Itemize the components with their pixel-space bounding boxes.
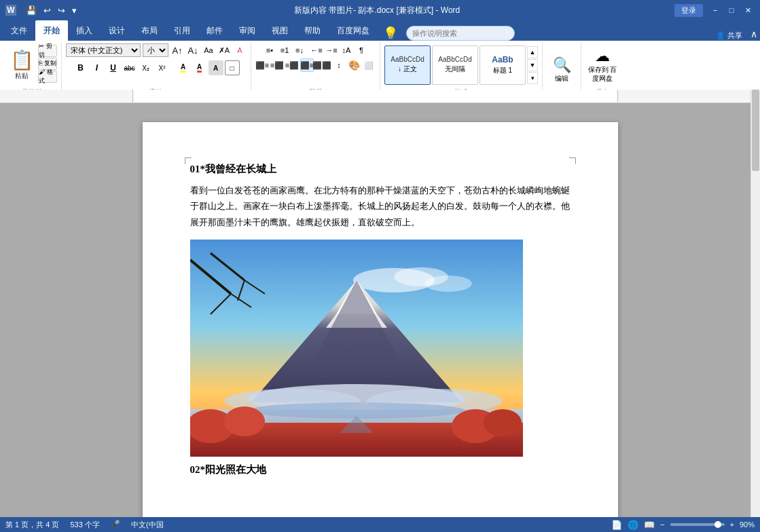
scrollbar-vertical[interactable]	[750, 90, 760, 517]
tab-layout[interactable]: 布局	[133, 20, 166, 41]
style-no-spacing-preview: AaBbCcDd	[438, 56, 471, 63]
numbering-btn[interactable]: ≡1	[278, 43, 291, 57]
record-icon[interactable]: 🎤	[111, 520, 120, 530]
tab-references[interactable]: 引用	[166, 20, 198, 41]
subscript-button[interactable]: X₂	[139, 60, 153, 75]
fuji-image[interactable]	[190, 240, 523, 457]
undo-btn[interactable]: ↩	[41, 4, 54, 17]
tab-baidu[interactable]: 百度网盘	[329, 20, 378, 41]
zoom-slider[interactable]	[670, 523, 725, 526]
redo-btn[interactable]: ↪	[55, 4, 68, 17]
save-quick-btn[interactable]: 💾	[23, 4, 39, 17]
zoom-plus-btn[interactable]: +	[730, 520, 734, 529]
text-effect-btn[interactable]: A	[233, 43, 247, 57]
tab-design[interactable]: 设计	[101, 20, 133, 41]
customize-btn[interactable]: ▾	[69, 4, 79, 17]
font-format-row: B I U abc X₂ X² A A A □	[73, 60, 240, 75]
tab-file[interactable]: 文件	[3, 20, 35, 41]
multilevel-list-btn[interactable]: ≡↓	[293, 43, 306, 57]
tab-view[interactable]: 视图	[264, 20, 296, 41]
scrollbar-thumb[interactable]	[752, 90, 759, 171]
view-web-icon[interactable]: 🌐	[628, 520, 638, 530]
restore-button[interactable]: □	[725, 3, 738, 17]
styles-scroll: ▲ ▼ ▾	[527, 46, 538, 84]
bold-button[interactable]: B	[73, 60, 88, 75]
svg-point-9	[424, 276, 472, 292]
zoom-minus-btn[interactable]: −	[660, 520, 664, 529]
word-count: 533 个字	[70, 520, 99, 530]
ribbon-collapse-btn[interactable]: ∧	[748, 27, 760, 41]
border-btn[interactable]: □	[225, 60, 240, 75]
status-left: 第 1 页，共 4 页 533 个字 🎤 中文(中国	[5, 520, 164, 530]
login-button[interactable]: 登录	[674, 4, 703, 17]
paragraph-1[interactable]: 看到一位白发苍苍的画家画鹰。在北方特有的那种干燥湛蓝的天空下，苍劲古朴的长城嶙峋…	[190, 183, 571, 230]
cut-button[interactable]: ✂ 剪切	[38, 45, 57, 57]
indent-increase-btn[interactable]: →≡	[325, 43, 338, 57]
zoom-percent[interactable]: 90%	[740, 520, 755, 529]
find-button[interactable]: 🔍 编辑	[547, 51, 577, 88]
svg-point-23	[484, 409, 522, 436]
svg-point-21	[224, 406, 265, 436]
paste-button[interactable]: 📋 粘贴	[7, 45, 37, 86]
save-to-baidu-button[interactable]: ☁ 保存到 百度网盘	[585, 46, 619, 83]
italic-button[interactable]: I	[90, 60, 105, 75]
sort-btn[interactable]: ↕A	[340, 43, 353, 57]
align-right-btn[interactable]: ≡⬛	[285, 58, 299, 72]
tab-home[interactable]: 开始	[35, 20, 68, 41]
search-input[interactable]	[412, 29, 501, 37]
style-zhengwen-label: ↓ 正文	[398, 64, 417, 74]
tab-insert[interactable]: 插入	[68, 20, 101, 41]
view-read-icon[interactable]: 📖	[644, 520, 655, 530]
clipboard-group-content: 📋 粘贴 ✂ 剪切 ⎘ 复制 🖌 格式	[7, 43, 57, 86]
style-heading1[interactable]: AaBb 标题 1	[479, 45, 526, 85]
strikethrough-button[interactable]: abc	[122, 60, 137, 75]
show-marks-btn[interactable]: ¶	[355, 43, 368, 57]
close-button[interactable]: ✕	[741, 3, 755, 17]
style-no-spacing[interactable]: AaBbCcDd 无间隔	[432, 45, 478, 85]
save-content: ☁ 保存到 百度网盘	[585, 43, 619, 86]
tab-review[interactable]: 审阅	[231, 20, 264, 41]
align-left-btn[interactable]: ⬛≡	[255, 58, 269, 72]
document-area[interactable]: 01*我曾经在长城上 看到一位白发苍苍的画家画鹰。在北方特有的那种干燥湛蓝的天空…	[0, 90, 760, 517]
font-size-decrease-btn[interactable]: A↓	[186, 43, 200, 57]
share-label: 共享	[727, 31, 742, 41]
clear-format-btn[interactable]: ✗A	[217, 43, 231, 57]
zoom-thumb	[714, 521, 721, 528]
font-size-select[interactable]: 小四	[143, 43, 168, 57]
shading-btn[interactable]: 🎨	[347, 58, 361, 72]
styles-scroll-down[interactable]: ▼	[527, 59, 538, 71]
superscript-button[interactable]: X²	[155, 60, 170, 75]
font-color-btn[interactable]: A	[192, 60, 207, 75]
styles-more[interactable]: ▾	[527, 72, 538, 84]
tab-help[interactable]: 帮助	[296, 20, 329, 41]
text-highlight-btn[interactable]: A	[176, 60, 191, 75]
view-print-icon[interactable]: 📄	[611, 520, 622, 530]
document-page[interactable]: 01*我曾经在长城上 看到一位白发苍苍的画家画鹰。在北方特有的那种干燥湛蓝的天空…	[143, 122, 618, 517]
align-center-btn[interactable]: ≡⬛	[270, 58, 284, 72]
bullets-btn[interactable]: ≡•	[263, 43, 276, 57]
font-size-increase-btn[interactable]: A↑	[170, 43, 184, 57]
border-para-btn[interactable]: ⬜	[362, 58, 376, 72]
page-info: 第 1 页，共 4 页	[5, 520, 59, 530]
document-content[interactable]: 01*我曾经在长城上 看到一位白发苍苍的画家画鹰。在北方特有的那种干燥湛蓝的天空…	[190, 163, 571, 476]
line-spacing-btn[interactable]: ↕	[332, 58, 346, 72]
indent-decrease-btn[interactable]: ←≡	[310, 43, 323, 57]
format-painter-button[interactable]: 🖌 格式	[38, 71, 57, 83]
operation-search-box[interactable]	[406, 26, 515, 41]
style-zhengwen[interactable]: AaBbCcDd ↓ 正文	[384, 45, 431, 85]
title-bar: W 💾 ↩ ↪ ▾ 新版内容 带图片- 副本.docx [兼容模式] - Wor…	[0, 0, 760, 20]
font-name-select[interactable]: 宋体 (中文正文)	[66, 43, 141, 57]
distributed-btn[interactable]: ⬛⬛	[315, 58, 329, 72]
justify-btn[interactable]: ⬛≡	[300, 58, 314, 72]
language[interactable]: 中文(中国	[131, 520, 164, 530]
change-case-btn[interactable]: Aa	[202, 43, 215, 57]
tab-mailings[interactable]: 邮件	[198, 20, 231, 41]
minimize-button[interactable]: −	[708, 3, 722, 17]
heading-1: 01*我曾经在长城上	[190, 163, 571, 176]
underline-button[interactable]: U	[106, 60, 121, 75]
share-button[interactable]: 👤 共享	[716, 31, 742, 41]
find-icon: 🔍	[553, 56, 571, 74]
styles-scroll-up[interactable]: ▲	[527, 46, 538, 58]
font-shading-btn[interactable]: A	[209, 60, 223, 75]
ribbon: 文件 开始 插入 设计 布局 引用 邮件 审阅 视图 帮助 百度网盘 💡 👤 共…	[0, 20, 760, 41]
